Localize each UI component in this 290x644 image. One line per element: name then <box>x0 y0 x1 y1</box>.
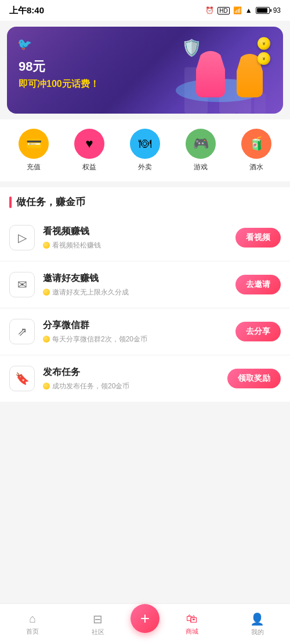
task-info-share-wechat: 分享微信群每天分享微信群2次，领20金币 <box>43 319 227 344</box>
alarm-icon: ⏰ <box>205 6 214 14</box>
task-section-header: 做任务，赚金币 <box>0 187 290 214</box>
status-time: 上午8:40 <box>9 5 44 16</box>
banner-text: 98元 即可冲100元话费！ <box>19 50 99 90</box>
task-btn-invite-friends[interactable]: 去邀请 <box>235 275 281 294</box>
quick-label-rights: 权益 <box>82 162 96 172</box>
banner-figure1 <box>196 51 225 97</box>
nav-add-button[interactable]: + <box>130 604 160 633</box>
signal-icon: 📶 <box>233 6 242 14</box>
battery-percent: 93 <box>273 6 281 14</box>
task-icon-watch-video: ▷ <box>9 225 35 250</box>
quick-label-takeout: 外卖 <box>138 162 152 172</box>
quick-icon-games: 🎮 <box>186 129 216 159</box>
task-desc-publish-task: 成功发布任务，领20金币 <box>43 381 219 391</box>
task-info-invite-friends: 邀请好友赚钱邀请好友无上限永久分成 <box>43 272 227 297</box>
task-desc-watch-video: 看视频轻松赚钱 <box>43 241 227 250</box>
task-icon-share-wechat: ⇗ <box>9 319 35 344</box>
task-icon-publish-task: 🔖 <box>9 366 35 391</box>
nav-icon-mine: 👤 <box>250 612 264 626</box>
banner-bird-icon: 🐦 <box>17 37 32 51</box>
task-info-publish-task: 发布任务成功发布任务，领20金币 <box>43 366 219 391</box>
task-desc-share-wechat: 每天分享微信群2次，领20金币 <box>43 334 227 344</box>
quick-item-drinks[interactable]: 🧃酒水 <box>241 129 271 172</box>
task-title-watch-video: 看视频赚钱 <box>43 225 227 238</box>
nav-icon-home: ⌂ <box>29 612 36 625</box>
nav-icon-community: ⊟ <box>93 612 103 626</box>
nav-icon-shop: 🛍 <box>186 612 198 625</box>
quick-item-rights[interactable]: ♥权益 <box>74 129 104 172</box>
task-desc-text-watch-video: 看视频轻松赚钱 <box>52 241 101 250</box>
wifi-icon: ▲ <box>245 6 252 14</box>
battery-icon <box>256 7 270 14</box>
nav-label-community: 社区 <box>92 628 104 636</box>
quick-item-recharge[interactable]: 💳充值 <box>19 129 49 172</box>
task-btn-publish-task[interactable]: 领取奖励 <box>227 369 281 388</box>
promo-banner[interactable]: 🐦 98元 即可冲100元话费！ ¥ ¥ 🛡️ <box>7 27 283 114</box>
task-desc-text-share-wechat: 每天分享微信群2次，领20金币 <box>52 334 147 344</box>
task-list: ▷看视频赚钱看视频轻松赚钱看视频✉邀请好友赚钱邀请好友无上限永久分成去邀请⇗分享… <box>0 214 290 402</box>
banner-amount: 98元 <box>19 50 99 75</box>
quick-icon-rights: ♥ <box>74 129 104 159</box>
task-title-share-wechat: 分享微信群 <box>43 319 227 332</box>
gold-coin-icon <box>43 383 50 390</box>
status-icons: ⏰ HD 📶 ▲ 93 <box>205 6 281 14</box>
task-item-watch-video: ▷看视频赚钱看视频轻松赚钱看视频 <box>0 214 290 261</box>
hd-badge: HD <box>217 7 229 14</box>
task-item-invite-friends: ✉邀请好友赚钱邀请好友无上限永久分成去邀请 <box>0 261 290 308</box>
nav-item-home[interactable]: ⌂首页 <box>0 612 66 636</box>
bottom-nav: ⌂首页⊟社区+🛍商城👤我的 <box>0 603 290 644</box>
status-bar: 上午8:40 ⏰ HD 📶 ▲ 93 <box>0 0 290 21</box>
red-bar-decoration <box>9 197 12 208</box>
task-title-invite-friends: 邀请好友赚钱 <box>43 272 227 285</box>
gold-coin-icon <box>43 242 50 249</box>
task-desc-text-invite-friends: 邀请好友无上限永久分成 <box>52 288 129 297</box>
quick-icon-recharge: 💳 <box>19 129 49 159</box>
quick-icon-takeout: 🍽 <box>130 129 160 159</box>
task-item-share-wechat: ⇗分享微信群每天分享微信群2次，领20金币去分享 <box>0 308 290 355</box>
nav-label-mine: 我的 <box>251 628 264 636</box>
task-btn-watch-video[interactable]: 看视频 <box>235 228 281 248</box>
quick-item-games[interactable]: 🎮游戏 <box>186 129 216 172</box>
nav-item-mine[interactable]: 👤我的 <box>225 612 291 636</box>
quick-icon-drinks: 🧃 <box>241 129 271 159</box>
task-desc-text-publish-task: 成功发布任务，领20金币 <box>52 381 129 391</box>
banner-coins: ¥ ¥ <box>258 37 270 65</box>
quick-icons-bar: 💳充值♥权益🍽外卖🎮游戏🧃酒水 <box>0 119 290 181</box>
nav-item-shop[interactable]: 🛍商城 <box>160 612 225 636</box>
nav-label-shop: 商城 <box>186 627 198 636</box>
task-title-publish-task: 发布任务 <box>43 366 219 379</box>
quick-label-games: 游戏 <box>194 162 208 172</box>
quick-label-drinks: 酒水 <box>249 162 263 172</box>
nav-item-community[interactable]: ⊟社区 <box>66 612 131 636</box>
gold-coin-icon <box>43 289 50 296</box>
task-icon-invite-friends: ✉ <box>9 272 35 297</box>
section-title: 做任务，赚金币 <box>16 195 85 209</box>
task-info-watch-video: 看视频赚钱看视频轻松赚钱 <box>43 225 227 250</box>
banner-subtitle: 即可冲100元话费！ <box>19 78 99 90</box>
quick-label-recharge: 充值 <box>27 162 41 172</box>
task-btn-share-wechat[interactable]: 去分享 <box>235 322 281 341</box>
banner-shield-icon: 🛡️ <box>182 38 202 57</box>
nav-label-home: 首页 <box>26 627 39 636</box>
task-item-publish-task: 🔖发布任务成功发布任务，领20金币领取奖励 <box>0 355 290 402</box>
quick-item-takeout[interactable]: 🍽外卖 <box>130 129 160 172</box>
task-desc-invite-friends: 邀请好友无上限永久分成 <box>43 288 227 297</box>
gold-coin-icon <box>43 336 50 343</box>
